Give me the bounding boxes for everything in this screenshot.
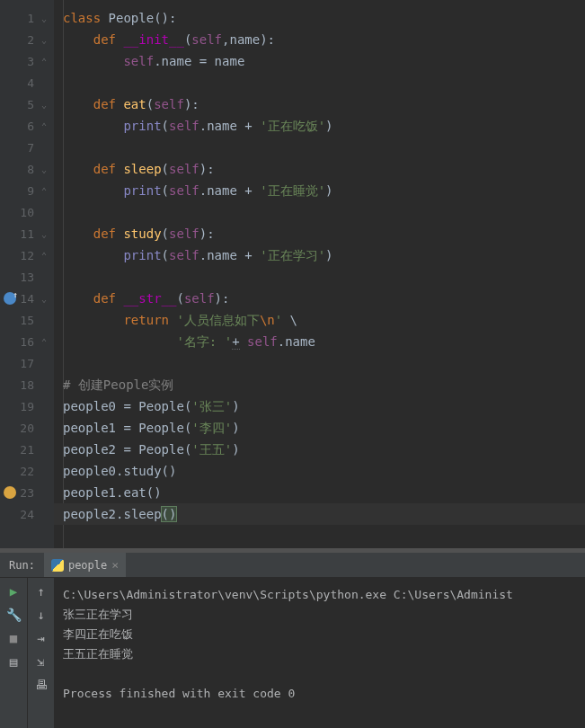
code-line[interactable] [54,201,585,223]
run-tab-name: people [68,559,107,572]
gutter-row[interactable]: 5⌄ [0,93,54,115]
settings-button[interactable]: 🔧 [4,605,23,625]
gutter-row[interactable]: 15 [0,309,54,331]
code-line[interactable]: people1.eat() [54,482,585,503]
gutter-row[interactable]: 8⌄ [0,158,54,180]
rerun-button[interactable]: ▶ [4,582,23,601]
gutter-row[interactable]: 21 [0,439,54,460]
code-line[interactable]: # 创建People实例 [54,374,585,395]
code-line[interactable]: print(self.name + '正在学习') [54,244,585,266]
python-icon [51,559,64,572]
layout-button[interactable]: ▤ [4,652,23,671]
fold-icon[interactable]: ⌄ [40,164,49,174]
line-number: 7 [14,141,34,155]
run-body: ▶ 🔧 ■ ▤ ↑ ↓ ⇥ ⇲ 🖶 C:\Users\Administrator… [0,578,585,728]
fold-icon[interactable]: ⌃ [40,57,49,67]
fold-icon[interactable]: ⌄ [40,35,49,45]
run-header: Run: people × [0,553,585,578]
code-line[interactable] [54,137,585,158]
bulb-icon[interactable] [4,486,16,499]
gutter-row[interactable]: 16⌃ [0,331,54,352]
code-line[interactable]: class People(): [54,7,585,29]
line-number: 13 [14,271,34,284]
code-line[interactable] [54,266,585,288]
gutter-row[interactable]: 13 [0,266,54,288]
gutter-row[interactable]: 2⌄ [0,29,54,50]
line-number: 5 [14,98,34,111]
down-arrow-icon[interactable]: ↓ [31,605,51,625]
run-toolbar-left: ▶ 🔧 ■ ▤ [0,578,27,728]
gutter-row[interactable]: 17 [0,352,54,374]
code-line[interactable]: people0.study() [54,460,585,482]
fold-icon[interactable]: ⌄ [40,294,49,304]
code-line[interactable]: def __str__(self): [54,288,585,309]
line-number: 6 [14,120,34,133]
gutter-row[interactable]: 19 [0,395,54,417]
line-number: 24 [14,508,34,521]
line-number: 2 [14,33,34,47]
line-number: 12 [14,249,34,262]
code-line[interactable]: def study(self): [54,223,585,244]
gutter-row[interactable]: 24 [0,503,54,525]
gutter-row[interactable]: 7 [0,137,54,158]
code-line[interactable]: return '人员信息如下\n' \ [54,309,585,331]
line-number: 4 [14,76,34,90]
gutter-row[interactable]: 23 [0,482,54,503]
code-area[interactable]: class People(): def __init__(self,name):… [54,0,585,548]
code-line[interactable]: def eat(self): [54,93,585,115]
gutter-row[interactable]: 6⌃ [0,115,54,137]
code-line[interactable]: self.name = name [54,50,585,72]
up-arrow-icon[interactable]: ↑ [31,582,51,601]
gutter: 1⌄2⌄3⌃45⌄6⌃78⌄9⌃1011⌄12⌃1314⌄1516⌃171819… [0,0,54,548]
gutter-row[interactable]: 3⌃ [0,50,54,72]
gutter-row[interactable]: 10 [0,201,54,223]
line-number: 15 [14,314,34,327]
fold-icon[interactable]: ⌄ [40,13,49,23]
fold-icon[interactable]: ⌄ [40,229,49,239]
editor-area: 1⌄2⌄3⌃45⌄6⌃78⌄9⌃1011⌄12⌃1314⌄1516⌃171819… [0,0,585,548]
gutter-row[interactable]: 20 [0,417,54,439]
line-number: 19 [14,400,34,413]
gutter-row[interactable]: 1⌄ [0,7,54,29]
gutter-row[interactable]: 18 [0,374,54,395]
code-line[interactable]: people2.sleep() [54,503,585,525]
line-number: 11 [14,227,34,241]
run-panel: Run: people × ▶ 🔧 ■ ▤ ↑ ↓ ⇥ ⇲ 🖶 C:\Users… [0,552,585,728]
print-button[interactable]: 🖶 [31,675,51,695]
gutter-row[interactable]: 14⌄ [0,288,54,309]
code-line[interactable] [54,72,585,93]
code-line[interactable]: '名字: '+ self.name [54,331,585,352]
code-line[interactable]: people2 = People('王五') [54,439,585,460]
line-number: 3 [14,55,34,68]
gutter-row[interactable]: 11⌄ [0,223,54,244]
line-number: 18 [14,378,34,392]
console-output[interactable]: C:\Users\Administrator\venv\Scripts\pyth… [54,578,585,728]
run-label: Run: [9,559,35,572]
gutter-row[interactable]: 12⌃ [0,244,54,266]
override-icon[interactable] [4,292,16,305]
code-line[interactable]: people1 = People('李四') [54,417,585,439]
fold-icon[interactable]: ⌃ [40,251,49,261]
scroll-button[interactable]: ⇲ [31,652,51,671]
code-line[interactable]: people0 = People('张三') [54,395,585,417]
run-toolbar-right: ↑ ↓ ⇥ ⇲ 🖶 [27,578,54,728]
fold-icon[interactable]: ⌄ [40,100,49,110]
fold-icon[interactable]: ⌃ [40,337,49,347]
close-icon[interactable]: × [111,558,119,572]
gutter-row[interactable]: 4 [0,72,54,93]
line-number: 9 [14,184,34,198]
fold-icon[interactable]: ⌃ [40,121,49,131]
code-line[interactable] [54,352,585,374]
code-line[interactable]: def __init__(self,name): [54,29,585,50]
gutter-row[interactable]: 22 [0,460,54,482]
run-tab[interactable]: people × [44,553,126,577]
gutter-row[interactable]: 9⌃ [0,180,54,201]
code-line[interactable]: def sleep(self): [54,158,585,180]
stop-button[interactable]: ■ [4,628,23,648]
fold-icon[interactable]: ⌃ [40,186,49,196]
line-number: 21 [14,443,34,457]
code-line[interactable]: print(self.name + '正在吃饭') [54,115,585,137]
code-line[interactable]: print(self.name + '正在睡觉') [54,180,585,201]
line-number: 23 [14,486,34,500]
soft-wrap-button[interactable]: ⇥ [31,628,51,648]
